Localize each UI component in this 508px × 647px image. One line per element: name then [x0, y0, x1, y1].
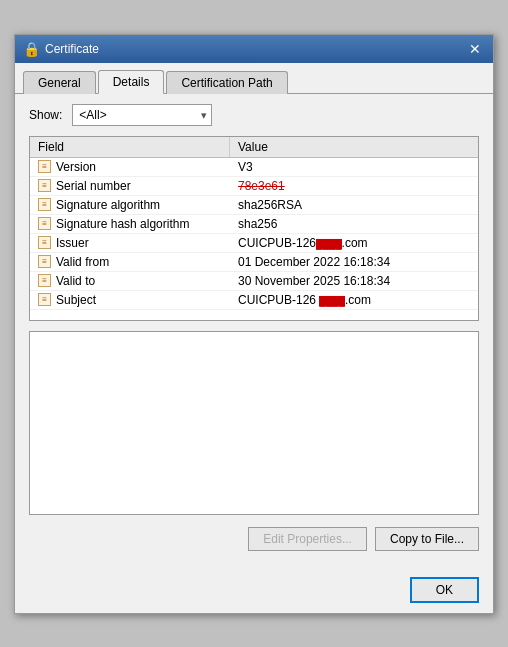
field-value: 01 December 2022 16:18:34 — [238, 255, 390, 269]
row-icon — [38, 198, 51, 211]
field-cell: Valid to — [30, 272, 230, 290]
table-row[interactable]: Signature algorithm sha256RSA — [30, 196, 478, 215]
value-cell: 30 November 2025 16:18:34 — [230, 272, 478, 290]
field-label: Serial number — [56, 179, 131, 193]
field-label: Signature algorithm — [56, 198, 160, 212]
row-icon — [38, 160, 51, 173]
tab-general[interactable]: General — [23, 71, 96, 94]
field-value: sha256RSA — [238, 198, 302, 212]
tab-certification-path[interactable]: Certification Path — [166, 71, 287, 94]
show-select[interactable]: <All> Version 1 Fields Only Extensions O… — [72, 104, 212, 126]
close-button[interactable]: ✕ — [465, 39, 485, 59]
field-label: Version — [56, 160, 96, 174]
value-cell: CUICPUB-126████.com — [230, 234, 478, 252]
ok-button[interactable]: OK — [410, 577, 479, 603]
field-cell: Version — [30, 158, 230, 176]
ok-row: OK — [15, 571, 493, 613]
field-label: Valid from — [56, 255, 109, 269]
row-icon — [38, 236, 51, 249]
tab-bar: General Details Certification Path — [15, 63, 493, 94]
edit-properties-button[interactable]: Edit Properties... — [248, 527, 367, 551]
field-value-redacted: 78e3e61 — [238, 179, 285, 193]
title-bar-left: 🔒 Certificate — [23, 41, 99, 57]
action-buttons: Edit Properties... Copy to File... — [29, 527, 479, 551]
field-label: Valid to — [56, 274, 95, 288]
field-label: Subject — [56, 293, 96, 307]
value-cell: sha256 — [230, 215, 478, 233]
detail-text-box — [29, 331, 479, 515]
title-bar: 🔒 Certificate ✕ — [15, 35, 493, 63]
table-header: Field Value — [30, 137, 478, 158]
row-icon — [38, 179, 51, 192]
table-row[interactable]: Valid to 30 November 2025 16:18:34 — [30, 272, 478, 291]
table-row[interactable]: Version V3 — [30, 158, 478, 177]
field-value: V3 — [238, 160, 253, 174]
value-cell: sha256RSA — [230, 196, 478, 214]
row-icon — [38, 274, 51, 287]
field-label: Signature hash algorithm — [56, 217, 189, 231]
copy-to-file-button[interactable]: Copy to File... — [375, 527, 479, 551]
table-row[interactable]: Serial number 78e3e61 — [30, 177, 478, 196]
value-cell: CUICPUB-126 ████.com — [230, 291, 478, 309]
table-row[interactable]: Subject CUICPUB-126 ████.com — [30, 291, 478, 310]
col-field: Field — [30, 137, 230, 157]
row-icon — [38, 217, 51, 230]
field-cell: Signature hash algorithm — [30, 215, 230, 233]
value-cell: 78e3e61 — [230, 177, 478, 195]
window-title: Certificate — [45, 42, 99, 56]
value-cell: V3 — [230, 158, 478, 176]
show-label: Show: — [29, 108, 62, 122]
table-row[interactable]: Issuer CUICPUB-126████.com — [30, 234, 478, 253]
field-cell: Subject — [30, 291, 230, 309]
field-label: Issuer — [56, 236, 89, 250]
show-select-wrapper[interactable]: <All> Version 1 Fields Only Extensions O… — [72, 104, 212, 126]
certificate-window: 🔒 Certificate ✕ General Details Certific… — [14, 34, 494, 614]
field-value: 30 November 2025 16:18:34 — [238, 274, 390, 288]
field-cell: Serial number — [30, 177, 230, 195]
value-cell: 01 December 2022 16:18:34 — [230, 253, 478, 271]
tab-content: Show: <All> Version 1 Fields Only Extens… — [15, 94, 493, 571]
row-icon — [38, 293, 51, 306]
field-cell: Signature algorithm — [30, 196, 230, 214]
table-row[interactable]: Signature hash algorithm sha256 — [30, 215, 478, 234]
tab-details[interactable]: Details — [98, 70, 165, 94]
field-cell: Issuer — [30, 234, 230, 252]
table-row[interactable]: Valid from 01 December 2022 16:18:34 — [30, 253, 478, 272]
field-value: CUICPUB-126 ████.com — [238, 293, 371, 307]
row-icon — [38, 255, 51, 268]
show-row: Show: <All> Version 1 Fields Only Extens… — [29, 104, 479, 126]
certificate-table[interactable]: Field Value Version V3 Serial number — [29, 136, 479, 321]
col-value: Value — [230, 137, 478, 157]
window-icon: 🔒 — [23, 41, 39, 57]
field-value: CUICPUB-126████.com — [238, 236, 368, 250]
field-value: sha256 — [238, 217, 277, 231]
field-cell: Valid from — [30, 253, 230, 271]
